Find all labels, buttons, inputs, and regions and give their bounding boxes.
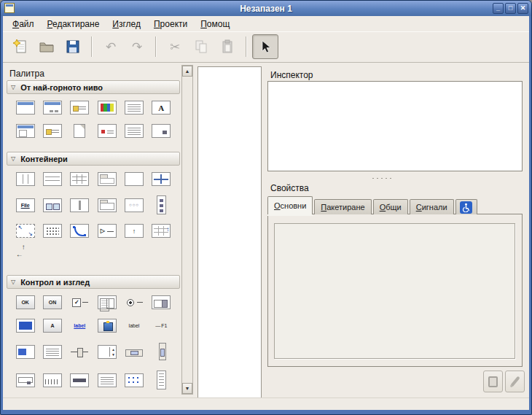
notebook-icon[interactable] bbox=[98, 198, 117, 212]
tree-view-icon[interactable] bbox=[157, 371, 166, 389]
frame-icon[interactable] bbox=[98, 172, 117, 186]
color-selection-dialog-icon[interactable] bbox=[98, 101, 117, 115]
file-chooser-dialog-icon[interactable] bbox=[16, 124, 35, 138]
vbox-icon[interactable] bbox=[43, 172, 62, 186]
about-dialog-icon[interactable] bbox=[74, 124, 85, 138]
undo-button[interactable]: ↶ bbox=[98, 34, 124, 59]
menu-edit[interactable]: Редактиране bbox=[41, 18, 106, 31]
paned-icon[interactable] bbox=[70, 198, 89, 212]
tab-signals[interactable]: Сигнали bbox=[410, 199, 454, 214]
popup-window-icon[interactable] bbox=[152, 124, 171, 138]
menubar-icon[interactable]: File bbox=[16, 198, 35, 212]
message-dialog-icon[interactable] bbox=[70, 101, 89, 115]
tab-accessibility[interactable] bbox=[455, 199, 477, 214]
paste-button[interactable] bbox=[214, 34, 240, 59]
close-button[interactable]: ✕ bbox=[517, 3, 528, 14]
scrolled-window-icon[interactable] bbox=[152, 224, 171, 238]
maximize-button[interactable]: □ bbox=[505, 3, 516, 14]
tab-common[interactable]: Общи bbox=[373, 199, 408, 214]
toolbar-separator bbox=[91, 36, 93, 57]
dialog-icon[interactable] bbox=[43, 101, 62, 115]
cut-button[interactable]: ✂ bbox=[162, 34, 188, 59]
alignment-icon[interactable] bbox=[125, 172, 144, 186]
font-selection-dialog-icon[interactable] bbox=[125, 101, 144, 115]
menu-projects[interactable]: Проекти bbox=[147, 18, 194, 31]
palette-title: Палитра bbox=[9, 69, 44, 79]
document-icon bbox=[488, 376, 498, 387]
table-icon[interactable] bbox=[70, 172, 89, 186]
redo-button[interactable]: ↷ bbox=[124, 34, 150, 59]
selector-button[interactable] bbox=[252, 34, 278, 59]
menu-view[interactable]: Изглед bbox=[106, 18, 147, 31]
properties-title: Свойства bbox=[270, 183, 309, 193]
properties-tabs: Основни Пакетиране Общи Сигнали bbox=[267, 195, 477, 214]
handle-box-icon[interactable] bbox=[16, 247, 35, 261]
entry-icon[interactable]: A bbox=[43, 319, 62, 333]
option-menu-icon[interactable] bbox=[16, 373, 35, 387]
alert-dialog-icon[interactable] bbox=[98, 124, 117, 138]
toggle-button-icon[interactable]: ON bbox=[43, 295, 62, 309]
window-icon[interactable] bbox=[16, 101, 35, 115]
toolbar-icon[interactable] bbox=[43, 198, 62, 212]
menu-file[interactable]: Файл bbox=[6, 18, 41, 31]
save-button[interactable] bbox=[60, 34, 86, 59]
expander-down-icon: ▽ bbox=[11, 155, 15, 162]
hbuttonbox-icon[interactable] bbox=[125, 198, 144, 212]
new-button[interactable] bbox=[7, 34, 34, 59]
edit-page-button[interactable] bbox=[483, 371, 503, 392]
vbuttonbox-icon[interactable] bbox=[157, 195, 166, 214]
text-view-icon[interactable] bbox=[43, 345, 62, 359]
palette-grid-toplevel: A bbox=[7, 94, 180, 147]
curve-icon[interactable] bbox=[70, 224, 89, 238]
hscrollbar-icon[interactable] bbox=[125, 345, 144, 359]
palette-section-containers[interactable]: ▽ Контейнери bbox=[7, 152, 180, 166]
button-icon[interactable]: OK bbox=[16, 295, 35, 309]
inspector-view[interactable] bbox=[267, 81, 523, 171]
hscale-icon[interactable] bbox=[70, 345, 89, 359]
palette-section-controls[interactable]: ▽ Контрол и изглед bbox=[7, 275, 180, 289]
titlebar[interactable]: Незапазен 1 _ □ ✕ bbox=[1, 1, 531, 16]
scroll-down-button[interactable]: ▼ bbox=[182, 383, 192, 394]
window-title: Незапазен 1 bbox=[1, 4, 531, 14]
expander-icon[interactable] bbox=[98, 224, 117, 238]
fixed-icon[interactable] bbox=[152, 172, 171, 186]
layout-icon[interactable] bbox=[16, 224, 35, 238]
accel-label-icon[interactable]: F1 bbox=[152, 319, 171, 333]
open-button[interactable] bbox=[34, 34, 60, 59]
input-dialog-icon[interactable]: A bbox=[152, 101, 171, 115]
paned-grip[interactable] bbox=[371, 177, 393, 180]
combo-box-icon[interactable] bbox=[152, 295, 171, 309]
separator-icon[interactable] bbox=[70, 373, 89, 387]
label-icon[interactable]: label bbox=[125, 319, 144, 333]
tab-general[interactable]: Основни bbox=[267, 196, 313, 214]
edit-pencil-button[interactable] bbox=[505, 371, 525, 392]
minimize-button[interactable]: _ bbox=[493, 3, 504, 14]
check-button-icon[interactable] bbox=[70, 295, 89, 309]
label-mnemonic-icon[interactable]: label bbox=[70, 319, 89, 333]
copy-button[interactable] bbox=[188, 34, 214, 59]
design-canvas[interactable] bbox=[197, 66, 262, 398]
palette-section-toplevel[interactable]: ▽ От най-горното ниво bbox=[7, 80, 180, 94]
open-folder-icon bbox=[38, 38, 55, 55]
icon-view-icon[interactable] bbox=[125, 373, 144, 387]
hruler-icon[interactable] bbox=[43, 373, 62, 387]
hbox-icon[interactable] bbox=[16, 172, 35, 186]
palette-scrollbar[interactable]: ▲ ▼ bbox=[181, 65, 193, 395]
drawing-area-icon[interactable] bbox=[43, 224, 62, 238]
menu-help[interactable]: Помощ bbox=[194, 18, 236, 31]
statusbar bbox=[3, 397, 529, 410]
list-box-icon[interactable] bbox=[98, 295, 117, 309]
radio-button-icon[interactable] bbox=[125, 295, 144, 309]
scroll-up-button[interactable]: ▲ bbox=[182, 66, 192, 77]
toolbar-separator bbox=[246, 36, 247, 57]
progress-bar-icon[interactable] bbox=[16, 345, 35, 359]
tab-packing[interactable]: Пакетиране bbox=[314, 199, 371, 214]
file-selection-dialog-icon[interactable] bbox=[43, 124, 62, 138]
vscrollbar-icon[interactable] bbox=[157, 342, 166, 361]
stock-button-icon[interactable] bbox=[98, 319, 117, 333]
image-icon[interactable] bbox=[16, 319, 35, 333]
list-icon[interactable] bbox=[98, 373, 117, 387]
viewport-icon[interactable] bbox=[125, 224, 144, 238]
list-dialog-icon[interactable] bbox=[125, 124, 144, 138]
spin-button-icon[interactable] bbox=[98, 345, 117, 359]
